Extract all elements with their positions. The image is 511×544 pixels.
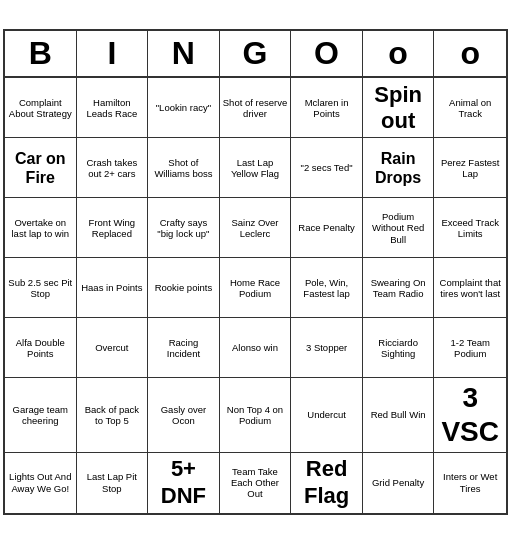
bingo-cell-37: Gasly over Ocon bbox=[148, 378, 220, 452]
bingo-cell-14: Overtake on last lap to win bbox=[5, 198, 77, 258]
bingo-cell-46: Red Flag bbox=[291, 453, 363, 513]
bingo-cell-26: Swearing On Team Radio bbox=[363, 258, 435, 318]
bingo-cell-24: Home Race Podium bbox=[220, 258, 292, 318]
bingo-cell-4: Mclaren in Points bbox=[291, 78, 363, 138]
bingo-cell-5: Spin out bbox=[363, 78, 435, 138]
bingo-cell-7: Car on Fire bbox=[5, 138, 77, 198]
bingo-cell-30: Racing Incident bbox=[148, 318, 220, 378]
bingo-cell-40: Red Bull Win bbox=[363, 378, 435, 452]
bingo-cell-27: Complaint that tires won't last bbox=[434, 258, 506, 318]
bingo-cell-41: 3 VSC bbox=[434, 378, 506, 452]
bingo-cell-39: Undercut bbox=[291, 378, 363, 452]
bingo-cell-34: 1-2 Team Podium bbox=[434, 318, 506, 378]
bingo-cell-35: Garage team cheering bbox=[5, 378, 77, 452]
bingo-cell-11: "2 secs Ted" bbox=[291, 138, 363, 198]
bingo-cell-10: Last Lap Yellow Flag bbox=[220, 138, 292, 198]
bingo-cell-3: Shot of reserve driver bbox=[220, 78, 292, 138]
bingo-cell-1: Hamilton Leads Race bbox=[77, 78, 149, 138]
header-cell-0: B bbox=[5, 31, 77, 76]
bingo-cell-9: Shot of Williams boss bbox=[148, 138, 220, 198]
header-cell-4: O bbox=[291, 31, 363, 76]
bingo-cell-47: Grid Penalty bbox=[363, 453, 435, 513]
bingo-cell-36: Back of pack to Top 5 bbox=[77, 378, 149, 452]
bingo-grid: Complaint About StrategyHamilton Leads R… bbox=[5, 78, 506, 512]
bingo-cell-45: Team Take Each Other Out bbox=[220, 453, 292, 513]
header-cell-6: o bbox=[434, 31, 506, 76]
header-cell-1: I bbox=[77, 31, 149, 76]
bingo-cell-33: Ricciardo Sighting bbox=[363, 318, 435, 378]
bingo-cell-22: Haas in Points bbox=[77, 258, 149, 318]
bingo-cell-13: Perez Fastest Lap bbox=[434, 138, 506, 198]
bingo-cell-44: 5+ DNF bbox=[148, 453, 220, 513]
header-cell-2: N bbox=[148, 31, 220, 76]
header-cell-5: o bbox=[363, 31, 435, 76]
bingo-cell-21: Sub 2.5 sec Pit Stop bbox=[5, 258, 77, 318]
bingo-cell-28: Alfa Double Points bbox=[5, 318, 77, 378]
bingo-cell-42: Lights Out And Away We Go! bbox=[5, 453, 77, 513]
bingo-cell-23: Rookie points bbox=[148, 258, 220, 318]
bingo-cell-17: Sainz Over Leclerc bbox=[220, 198, 292, 258]
bingo-cell-48: Inters or Wet Tires bbox=[434, 453, 506, 513]
bingo-cell-16: Crafty says "big lock up" bbox=[148, 198, 220, 258]
bingo-cell-25: Pole, Win, Fastest lap bbox=[291, 258, 363, 318]
bingo-cell-18: Race Penalty bbox=[291, 198, 363, 258]
bingo-header: BINGOoo bbox=[5, 31, 506, 78]
bingo-cell-12: Rain Drops bbox=[363, 138, 435, 198]
bingo-cell-43: Last Lap Pit Stop bbox=[77, 453, 149, 513]
bingo-cell-38: Non Top 4 on Podium bbox=[220, 378, 292, 452]
bingo-cell-31: Alonso win bbox=[220, 318, 292, 378]
bingo-cell-20: Exceed Track Limits bbox=[434, 198, 506, 258]
bingo-cell-8: Crash takes out 2+ cars bbox=[77, 138, 149, 198]
bingo-cell-2: "Lookin racy" bbox=[148, 78, 220, 138]
bingo-cell-6: Animal on Track bbox=[434, 78, 506, 138]
bingo-cell-0: Complaint About Strategy bbox=[5, 78, 77, 138]
bingo-card: BINGOoo Complaint About StrategyHamilton… bbox=[3, 29, 508, 514]
bingo-cell-15: Front Wing Replaced bbox=[77, 198, 149, 258]
bingo-cell-29: Overcut bbox=[77, 318, 149, 378]
bingo-cell-32: 3 Stopper bbox=[291, 318, 363, 378]
bingo-cell-19: Podium Without Red Bull bbox=[363, 198, 435, 258]
header-cell-3: G bbox=[220, 31, 292, 76]
